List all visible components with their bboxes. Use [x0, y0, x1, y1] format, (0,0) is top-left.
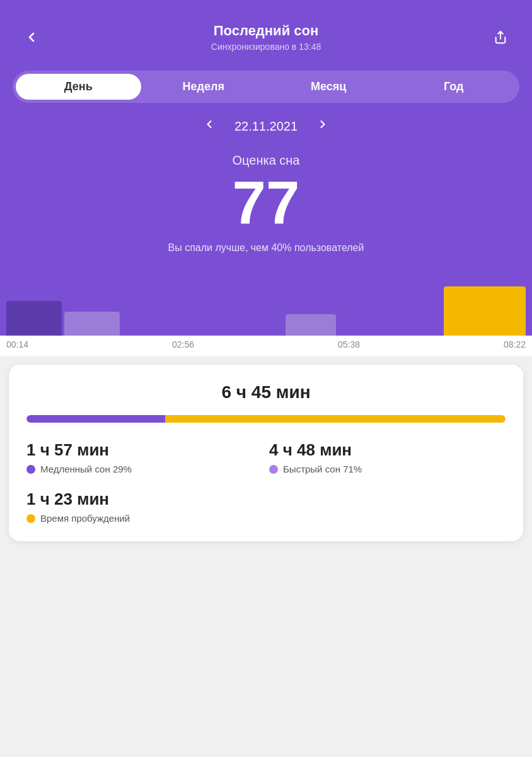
fast-sleep-dot	[269, 465, 278, 474]
chart-time-row: 00:14 02:56 05:38 08:22	[0, 336, 532, 356]
slow-sleep-time: 1 ч 57 мин	[26, 440, 263, 460]
total-sleep-time: 6 ч 45 мин	[26, 382, 506, 402]
time-label-4: 08:22	[504, 339, 526, 349]
stat-slow-sleep: 1 ч 57 мин Медленный сон 29%	[26, 440, 263, 474]
date-prev-button[interactable]	[203, 118, 216, 134]
sleep-bar-4	[286, 314, 336, 336]
sync-text: Синхронизировано в 13:48	[44, 42, 488, 52]
stat-fast-sleep: 4 ч 48 мин Быстрый сон 71%	[269, 440, 506, 474]
stats-card: 6 ч 45 мин 1 ч 57 мин Медленный сон 29% …	[9, 365, 523, 541]
wake-label: Время пробуждений	[40, 513, 130, 524]
header-section: Последний сон Синхронизировано в 13:48 Д…	[0, 0, 532, 336]
sleep-bar-3	[122, 296, 178, 336]
current-date: 22.11.2021	[234, 119, 298, 134]
date-next-button[interactable]	[316, 118, 329, 134]
fast-sleep-time: 4 ч 48 мин	[269, 440, 506, 460]
time-label-2: 02:56	[172, 339, 194, 349]
tab-day[interactable]: День	[16, 74, 141, 100]
back-button[interactable]	[19, 25, 44, 50]
score-label: Оценка сна	[0, 153, 532, 168]
page-title: Последний сон	[44, 23, 488, 39]
tab-month[interactable]: Месяц	[266, 74, 391, 100]
sleep-bar-yellow	[444, 286, 526, 336]
wake-dot	[26, 514, 35, 523]
fast-sleep-desc: Быстрый сон 71%	[269, 464, 506, 474]
progress-rem-sleep	[165, 415, 506, 423]
title-area: Последний сон Синхронизировано в 13:48	[44, 23, 488, 52]
time-label-3: 05:38	[338, 339, 360, 349]
time-label-1: 00:14	[6, 339, 28, 349]
sleep-bar-2	[64, 312, 120, 336]
score-section: Оценка сна 77 Вы спали лучше, чем 40% по…	[0, 141, 532, 273]
share-button[interactable]	[488, 25, 513, 50]
tab-year[interactable]: Год	[391, 74, 517, 100]
tab-week[interactable]: Неделя	[141, 74, 267, 100]
tabs-container: День Неделя Месяц Год	[13, 71, 519, 103]
sleep-bar-1	[6, 301, 62, 336]
slow-sleep-desc: Медленный сон 29%	[26, 464, 263, 474]
top-bar: Последний сон Синхронизировано в 13:48	[0, 0, 532, 58]
wake-time-desc: Время пробуждений	[26, 513, 263, 524]
stat-wake-time: 1 ч 23 мин Время пробуждений	[26, 490, 263, 524]
progress-deep-sleep	[26, 415, 165, 423]
score-number: 77	[0, 173, 532, 233]
date-navigation: 22.11.2021	[0, 118, 532, 134]
score-description: Вы спали лучше, чем 40% пользователей	[0, 242, 532, 254]
sleep-bars	[0, 279, 532, 336]
slow-sleep-dot	[26, 465, 35, 474]
fast-sleep-label: Быстрый сон 71%	[283, 464, 362, 474]
sleep-chart	[0, 273, 532, 336]
slow-sleep-label: Медленный сон 29%	[40, 464, 132, 474]
wake-time-value: 1 ч 23 мин	[26, 490, 263, 509]
stats-grid: 1 ч 57 мин Медленный сон 29% 4 ч 48 мин …	[26, 440, 506, 524]
time-labels: 00:14 02:56 05:38 08:22	[0, 336, 532, 356]
sleep-progress-bar	[26, 415, 506, 423]
